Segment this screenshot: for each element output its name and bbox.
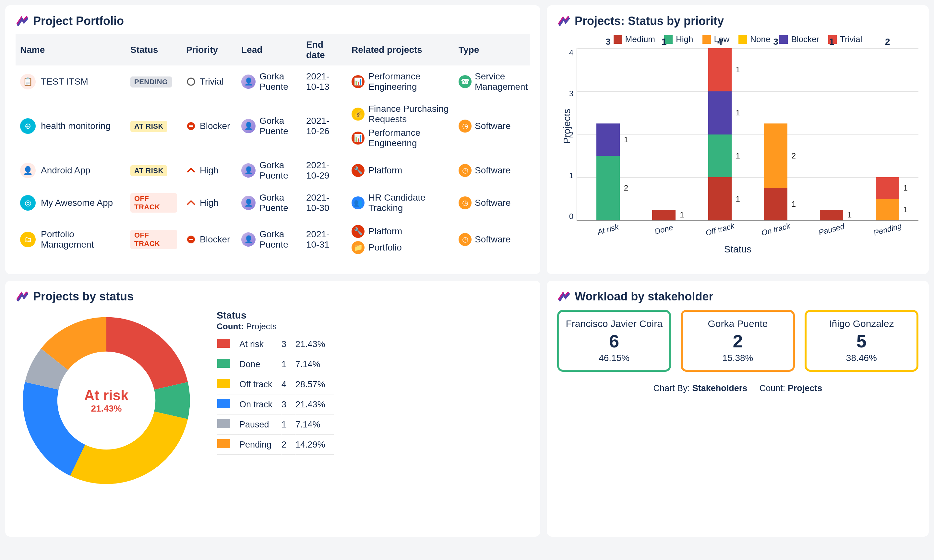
project-name: health monitoring <box>41 121 111 131</box>
workload-count: 2 <box>686 331 789 352</box>
end-date: 2021-10-29 <box>302 154 347 187</box>
bar-column[interactable]: 3 1 2 On track <box>753 48 799 220</box>
project-icon: 📋 <box>20 74 35 89</box>
related-project-icon: 🔧 <box>351 164 365 177</box>
related-project[interactable]: 💰 Finance Purchasing Requests <box>351 104 450 125</box>
bar-total: 4 <box>717 37 723 47</box>
priority-icon <box>186 166 196 175</box>
workload-tile[interactable]: Gorka Puente 2 15.38% <box>681 310 795 372</box>
x-tick: Paused <box>818 222 846 237</box>
col-related[interactable]: Related projects <box>347 34 454 65</box>
donut-slice[interactable] <box>106 317 188 389</box>
legend-swatch <box>217 359 230 368</box>
donut-legend-row[interactable]: At risk 3 21.43% <box>217 335 334 354</box>
workload-tile[interactable]: Francisco Javier Coira 6 46.15% <box>557 310 671 372</box>
col-lead[interactable]: Lead <box>237 34 302 65</box>
col-name[interactable]: Name <box>15 34 126 65</box>
donut-legend-title: Status <box>217 310 530 321</box>
x-axis-label: Status <box>557 244 919 255</box>
donut-legend-pct: 14.29% <box>296 435 334 455</box>
bar-segment-value: 1 <box>624 135 628 144</box>
donut-legend-row[interactable]: Paused 1 7.14% <box>217 415 334 435</box>
related-project[interactable]: 🔧 Platform <box>351 164 450 177</box>
x-tick: Done <box>654 223 674 236</box>
bar-segment-value: 2 <box>624 183 628 192</box>
workload-pct: 15.38% <box>686 353 789 363</box>
bar-segment-value: 1 <box>735 194 740 203</box>
related-project[interactable]: 📊 Performance Engineering <box>351 128 450 148</box>
project-icon: ⊕ <box>20 118 35 134</box>
bar-column[interactable]: 1 1 Done <box>641 48 687 220</box>
donut-legend-row[interactable]: Pending 2 14.29% <box>217 435 334 455</box>
col-priority[interactable]: Priority <box>182 34 237 65</box>
table-row[interactable]: ⊕ health monitoring AT RISK Blocker 👤 Go… <box>15 98 530 154</box>
project-portfolio-card: Project Portfolio Name Status Priority L… <box>5 5 540 274</box>
legend-swatch <box>217 439 230 448</box>
bar-segment-value: 1 <box>680 210 684 219</box>
type-label: Software <box>475 121 511 131</box>
table-row[interactable]: 📋 TEST ITSM PENDING Trivial 👤 Gorka Puen… <box>15 65 530 98</box>
portfolio-header-row: Name Status Priority Lead End date Relat… <box>15 34 530 65</box>
priority-label: Trivial <box>200 77 224 87</box>
table-row[interactable]: ◎ My Awesome App OFF TRACK High 👤 Gorka … <box>15 187 530 219</box>
legend-item[interactable]: None <box>738 34 770 45</box>
donut-legend-row[interactable]: Off track 4 28.57% <box>217 375 334 394</box>
logo-icon <box>15 290 29 303</box>
related-project[interactable]: 📁 Portfolio <box>351 241 450 254</box>
workload-count: 6 <box>563 331 666 352</box>
avatar: 👤 <box>241 75 256 89</box>
type-label: Service Management <box>475 71 528 92</box>
bar-column[interactable]: 2 1 1 Pending <box>865 48 911 220</box>
legend-swatch <box>779 35 788 44</box>
workload-tile[interactable]: Iñigo Gonzalez 5 38.46% <box>805 310 919 372</box>
donut-legend-sub-value: Projects <box>246 322 277 331</box>
lead-name: Gorka Puente <box>259 229 297 250</box>
bar-column[interactable]: 4 1 1 1 1 Off track <box>697 48 743 220</box>
bar-column[interactable]: 3 2 1 At risk <box>585 48 631 220</box>
bar-segment: 1 <box>708 91 732 134</box>
logo-icon <box>15 15 29 28</box>
donut-legend-label: Done <box>239 355 281 374</box>
donut-center-pct: 21.43% <box>84 403 129 414</box>
col-enddate[interactable]: End date <box>302 34 347 65</box>
donut-legend-pct: 28.57% <box>296 375 334 394</box>
legend-swatch <box>613 35 622 44</box>
x-tick: Pending <box>873 222 903 237</box>
priority-icon <box>186 198 196 208</box>
logo-icon <box>557 15 570 28</box>
bar-column[interactable]: 1 1 Paused <box>809 48 855 220</box>
donut-legend-row[interactable]: On track 3 21.43% <box>217 395 334 414</box>
table-row[interactable]: 🗂 Portfolio Management OFF TRACK Blocker… <box>15 219 530 260</box>
donut-center-label: At risk <box>84 387 129 403</box>
donut-slice[interactable] <box>23 382 85 476</box>
related-project[interactable]: 👥 HR Candidate Tracking <box>351 192 450 213</box>
workload-name: Gorka Puente <box>686 318 789 329</box>
legend-item[interactable]: Low <box>703 34 730 45</box>
priority-icon <box>186 121 196 131</box>
col-status[interactable]: Status <box>126 34 182 65</box>
related-project-icon: 🔧 <box>351 225 365 238</box>
type-icon: ◷ <box>459 196 472 209</box>
y-tick: 4 <box>569 48 573 57</box>
workload-name: Francisco Javier Coira <box>563 318 666 329</box>
end-date: 2021-10-26 <box>302 98 347 154</box>
donut-legend-pct: 7.14% <box>296 355 334 374</box>
donut-slice[interactable] <box>70 412 188 484</box>
donut-legend-pct: 7.14% <box>296 415 334 435</box>
col-type[interactable]: Type <box>454 34 530 65</box>
table-row[interactable]: 👤 Android App AT RISK High 👤 Gorka Puent… <box>15 154 530 187</box>
legend-item[interactable]: Blocker <box>779 34 819 45</box>
bar-segment-value: 1 <box>848 210 852 219</box>
donut-legend-row[interactable]: Done 1 7.14% <box>217 355 334 374</box>
related-project[interactable]: 📊 Performance Engineering <box>351 71 450 92</box>
legend-item[interactable]: Medium <box>613 34 655 45</box>
donut-chart[interactable]: At risk 21.43% <box>15 310 197 491</box>
related-project[interactable]: 🔧 Platform <box>351 225 450 238</box>
x-tick: Off track <box>704 222 735 238</box>
legend-item[interactable]: High <box>664 34 693 45</box>
x-tick: On track <box>760 222 791 238</box>
legend-label: Medium <box>625 34 655 45</box>
bar-segment-value: 2 <box>792 151 796 160</box>
projects-by-status-card: Projects by status At risk 21.43% Status… <box>5 281 540 537</box>
type-label: Software <box>475 165 511 175</box>
